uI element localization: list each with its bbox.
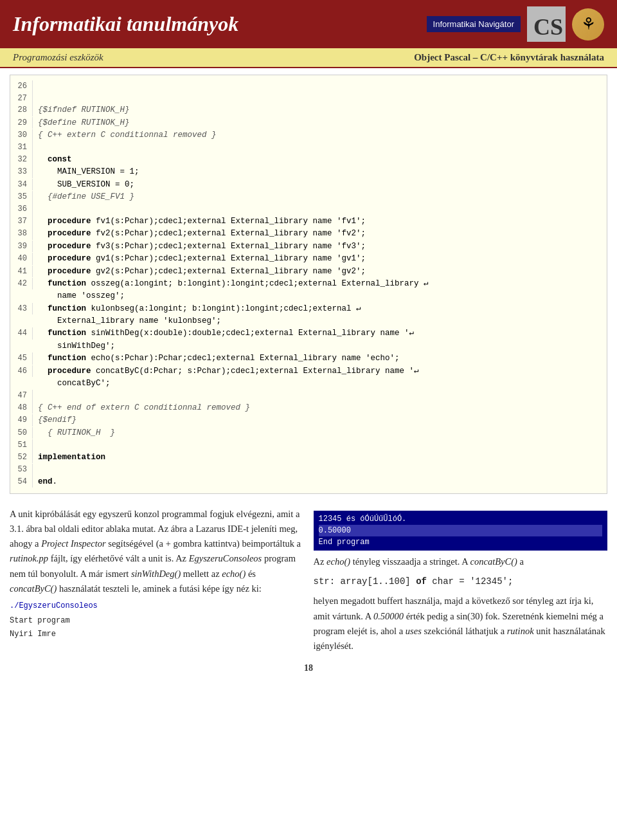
nav-label-box: Informatikai Navigátor [427, 16, 521, 32]
code-line-38: 38 procedure fv2(s:Pchar);cdecl;external… [10, 228, 607, 240]
code-line-31: 31 [10, 142, 607, 154]
code-line-37: 37 procedure fv1(s:Pchar);cdecl;external… [10, 215, 607, 228]
code-line-51: 51 [10, 439, 607, 452]
code-line-28: 28 {$ifndef RUTINOK_H} [10, 104, 607, 116]
code-line-50: 50 { RUTINOK_H } [10, 427, 607, 439]
terminal-line3: End program [319, 536, 603, 548]
nav-label: Informatikai Navigátor [433, 19, 514, 29]
code-line-47: 47 [10, 390, 607, 402]
bottom-right-para1: Az echo() tényleg visszaadja a stringet.… [314, 554, 608, 569]
code-line-44: 44 function sinWithDeg(x:double):double;… [10, 327, 607, 352]
code-line-27: 27 [10, 93, 607, 105]
cs-text: CS [533, 14, 563, 41]
console-output-1: Start program [10, 615, 304, 627]
code-line-49: 49 {$endif} [10, 414, 607, 426]
bottom-right-col: 12345 és óÓúÚűŰlóÓ. 0.50000 End program … [314, 507, 608, 653]
code-line-34: 34 SUB_VERSION = 0; [10, 179, 607, 191]
bottom-right-para2: helyen megadott buffert használja, majd … [314, 594, 608, 653]
bottom-left-col: A unit kipróbálását egy egyszerű konzol … [10, 507, 304, 653]
compass-logo: ⚘ [572, 8, 604, 41]
code-line-30: 30 { C++ extern C conditionnal removed } [10, 129, 607, 142]
code-line-54: 54 end. [10, 476, 607, 488]
sub-header-left: Programozási eszközök [13, 52, 103, 63]
code-line-33: 33 MAIN_VERSION = 1; [10, 166, 607, 178]
bottom-left-para1: A unit kipróbálását egy egyszerű konzol … [10, 507, 304, 596]
console-output-2: Nyiri Imre [10, 628, 304, 641]
code-line-45: 45 function echo(s:Pchar):Pchar;cdecl;ex… [10, 352, 607, 365]
sub-header: Programozási eszközök Object Pascal – C/… [0, 48, 617, 68]
bottom-section: A unit kipróbálását egy egyszerű konzol … [0, 500, 617, 660]
page-number: 18 [0, 660, 617, 680]
code-line-46: 46 procedure concatByC(d:Pchar; s:Pchar)… [10, 365, 607, 390]
code-block: 26 27 28 {$ifndef RUTINOK_H} 29 {$define… [10, 75, 607, 494]
page-header: Informatikai tanulmányok Informatikai Na… [0, 0, 617, 48]
code-line-26: 26 [10, 80, 607, 93]
terminal-line2: 0.50000 [319, 525, 603, 536]
code-line-42: 42 function osszeg(a:longint; b:longint)… [10, 278, 607, 303]
code-line-48: 48 { C++ end of extern C conditionnal re… [10, 402, 607, 414]
header-title: Informatikai tanulmányok [13, 12, 238, 36]
code-line-53: 53 [10, 464, 607, 476]
code-array-line: str: array[1..100] of char = '12345'; [314, 574, 608, 589]
header-logo-area: Informatikai Navigátor CS ⚘ [427, 6, 604, 42]
code-line-40: 40 procedure gv1(s:Pchar);cdecl;external… [10, 253, 607, 265]
code-line-52: 52 implementation [10, 452, 607, 464]
console-path: ./EgyszeruConsoleos [10, 600, 304, 612]
code-line-39: 39 procedure fv3(s:Pchar);cdecl;external… [10, 241, 607, 253]
code-line-43: 43 function kulonbseg(a:longint; b:longi… [10, 303, 607, 328]
code-line-29: 29 {$define RUTINOK_H} [10, 117, 607, 129]
terminal-line1: 12345 és óÓúÚűŰlóÓ. [319, 513, 603, 525]
code-line-35: 35 {#define USE_FV1 } [10, 191, 607, 203]
code-line-32: 32 const [10, 154, 607, 166]
sub-header-right: Object Pascal – C/C++ könyvtárak használ… [414, 52, 604, 63]
cs-logo: CS [527, 6, 566, 42]
code-line-36: 36 [10, 203, 607, 215]
code-line-41: 41 procedure gv2(s:Pchar);cdecl;external… [10, 266, 607, 278]
terminal-box: 12345 és óÓúÚűŰlóÓ. 0.50000 End program [314, 511, 608, 551]
